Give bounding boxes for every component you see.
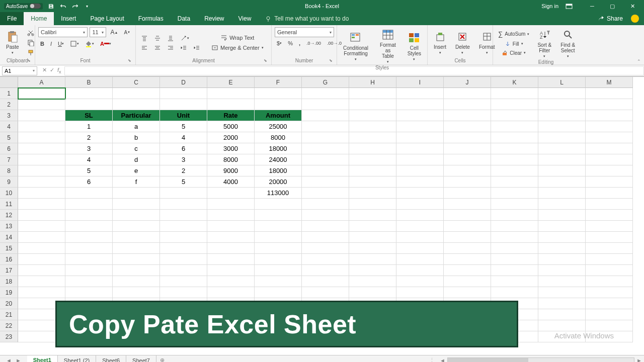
cell-B2[interactable] bbox=[65, 99, 113, 110]
cell-H2[interactable] bbox=[349, 99, 396, 110]
cell-M14[interactable] bbox=[586, 232, 633, 243]
cell-I4[interactable] bbox=[396, 121, 444, 132]
alignment-launcher-icon[interactable]: ⬊ bbox=[264, 58, 267, 63]
cell-C18[interactable] bbox=[113, 276, 160, 287]
sheet-nav-prev-icon[interactable]: ◄ bbox=[6, 357, 12, 363]
cell-I3[interactable] bbox=[396, 110, 444, 121]
cell-H13[interactable] bbox=[349, 221, 396, 232]
row-header-22[interactable]: 22 bbox=[0, 320, 18, 331]
tell-me-search[interactable]: Tell me what you want to do bbox=[258, 12, 349, 25]
cell-F1[interactable] bbox=[255, 88, 302, 99]
column-header-K[interactable]: K bbox=[491, 77, 538, 88]
cell-F15[interactable] bbox=[255, 243, 302, 254]
cell-D19[interactable] bbox=[160, 287, 207, 298]
cell-L7[interactable] bbox=[538, 154, 586, 165]
tab-data[interactable]: Data bbox=[171, 12, 197, 25]
cell-M8[interactable] bbox=[586, 165, 633, 176]
cell-E4[interactable]: 5000 bbox=[207, 121, 255, 132]
minimize-icon[interactable]: ─ bbox=[586, 3, 599, 9]
cell-D13[interactable] bbox=[160, 221, 207, 232]
row-header-14[interactable]: 14 bbox=[0, 232, 18, 243]
cell-G7[interactable] bbox=[302, 154, 349, 165]
cell-B9[interactable]: 6 bbox=[65, 176, 113, 188]
cell-G18[interactable] bbox=[302, 276, 349, 287]
cell-L18[interactable] bbox=[538, 276, 586, 287]
cell-D15[interactable] bbox=[160, 243, 207, 254]
cell-G3[interactable] bbox=[302, 110, 349, 121]
cell-G12[interactable] bbox=[302, 210, 349, 221]
cell-G2[interactable] bbox=[302, 99, 349, 110]
cell-F7[interactable]: 24000 bbox=[255, 154, 302, 165]
column-header-I[interactable]: I bbox=[396, 77, 444, 88]
cell-A3[interactable] bbox=[18, 110, 65, 121]
cell-C15[interactable] bbox=[113, 243, 160, 254]
row-header-20[interactable]: 20 bbox=[0, 298, 18, 309]
cell-L20[interactable] bbox=[538, 298, 586, 309]
cell-C12[interactable] bbox=[113, 210, 160, 221]
cell-M19[interactable] bbox=[586, 287, 633, 298]
align-center-button[interactable] bbox=[152, 44, 163, 52]
cell-L17[interactable] bbox=[538, 265, 586, 276]
cell-B1[interactable] bbox=[65, 88, 113, 99]
cell-C13[interactable] bbox=[113, 221, 160, 232]
cell-I16[interactable] bbox=[396, 254, 444, 265]
cell-C14[interactable] bbox=[113, 232, 160, 243]
cell-B4[interactable]: 1 bbox=[65, 121, 113, 132]
row-header-23[interactable]: 23 bbox=[0, 331, 18, 342]
conditional-formatting-button[interactable]: Conditional Formatting▾ bbox=[340, 30, 371, 62]
cell-L12[interactable] bbox=[538, 210, 586, 221]
ribbon-display-icon[interactable] bbox=[566, 4, 579, 9]
cell-F12[interactable] bbox=[255, 210, 302, 221]
row-header-21[interactable]: 21 bbox=[0, 309, 18, 320]
align-top-button[interactable] bbox=[139, 34, 150, 42]
cell-B8[interactable]: 5 bbox=[65, 165, 113, 176]
cell-L14[interactable] bbox=[538, 232, 586, 243]
cell-F13[interactable] bbox=[255, 221, 302, 232]
cell-H18[interactable] bbox=[349, 276, 396, 287]
maximize-icon[interactable]: ▢ bbox=[606, 3, 619, 10]
autosave-toggle[interactable]: AutoSave bbox=[4, 3, 43, 10]
share-button[interactable]: Share bbox=[598, 12, 644, 25]
align-bottom-button[interactable] bbox=[165, 34, 176, 42]
cell-B10[interactable] bbox=[65, 188, 113, 199]
cell-A10[interactable] bbox=[18, 188, 65, 199]
cell-A9[interactable] bbox=[18, 176, 65, 188]
cell-C8[interactable]: e bbox=[113, 165, 160, 176]
cell-K17[interactable] bbox=[491, 265, 538, 276]
number-launcher-icon[interactable]: ⬊ bbox=[329, 58, 333, 63]
row-header-11[interactable]: 11 bbox=[0, 199, 18, 210]
cell-C11[interactable] bbox=[113, 199, 160, 210]
cell-G17[interactable] bbox=[302, 265, 349, 276]
cell-I14[interactable] bbox=[396, 232, 444, 243]
cell-H17[interactable] bbox=[349, 265, 396, 276]
cell-B16[interactable] bbox=[65, 254, 113, 265]
cell-L4[interactable] bbox=[538, 121, 586, 132]
cell-D11[interactable] bbox=[160, 199, 207, 210]
cut-button[interactable] bbox=[25, 28, 36, 37]
cell-B18[interactable] bbox=[65, 276, 113, 287]
cell-D4[interactable]: 5 bbox=[160, 121, 207, 132]
cell-K1[interactable] bbox=[491, 88, 538, 99]
cell-E3[interactable]: Rate bbox=[207, 110, 255, 121]
cell-E14[interactable] bbox=[207, 232, 255, 243]
cell-B14[interactable] bbox=[65, 232, 113, 243]
cell-H11[interactable] bbox=[349, 199, 396, 210]
cell-L3[interactable] bbox=[538, 110, 586, 121]
insert-cells-button[interactable]: Insert▾ bbox=[431, 29, 449, 56]
cell-L9[interactable] bbox=[538, 176, 586, 188]
cell-L11[interactable] bbox=[538, 199, 586, 210]
cell-A12[interactable] bbox=[18, 210, 65, 221]
cell-K18[interactable] bbox=[491, 276, 538, 287]
cell-G16[interactable] bbox=[302, 254, 349, 265]
find-select-button[interactable]: Find & Select▾ bbox=[557, 27, 578, 59]
fx-icon[interactable]: fx bbox=[57, 67, 61, 74]
cell-D8[interactable]: 2 bbox=[160, 165, 207, 176]
cell-L22[interactable] bbox=[538, 320, 586, 331]
cell-H15[interactable] bbox=[349, 243, 396, 254]
cell-G8[interactable] bbox=[302, 165, 349, 176]
copy-button[interactable] bbox=[25, 38, 36, 47]
collapse-ribbon-icon[interactable]: ⌃ bbox=[637, 59, 641, 64]
cell-E16[interactable] bbox=[207, 254, 255, 265]
accounting-format-button[interactable]: $ ▾ bbox=[275, 39, 284, 47]
cancel-formula-icon[interactable]: ✕ bbox=[42, 67, 47, 74]
